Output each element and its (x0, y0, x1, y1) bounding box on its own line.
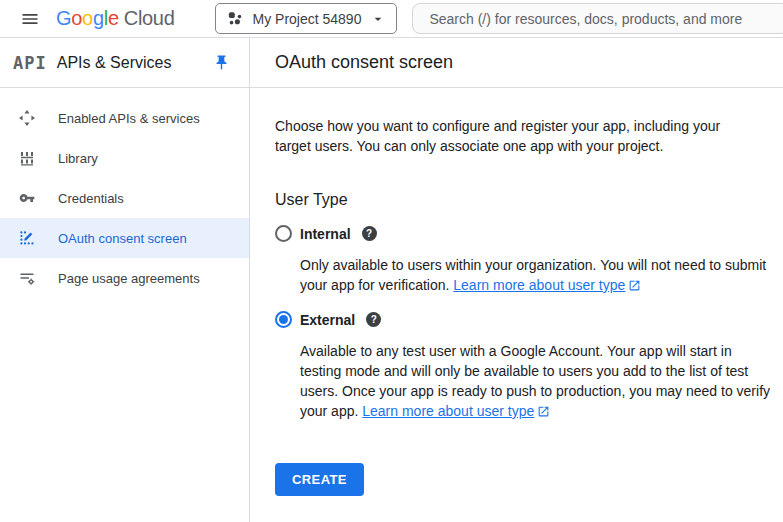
learn-more-link[interactable]: Learn more about user type (453, 277, 625, 293)
sidebar-item-label: Credentials (58, 191, 124, 206)
logo-letter: G (56, 7, 71, 30)
sidebar-item-library[interactable]: Library (0, 138, 249, 178)
sidebar-item-oauth-consent[interactable]: OAuth consent screen (0, 218, 249, 258)
google-cloud-logo[interactable]: Google Cloud (56, 7, 175, 30)
logo-letter: g (93, 7, 104, 30)
sidebar-nav: Enabled APIs & services Library Credenti… (0, 88, 249, 298)
learn-more-link[interactable]: Learn more about user type (362, 403, 534, 419)
api-product-icon: API (13, 53, 47, 73)
sidebar-item-credentials[interactable]: Credentials (0, 178, 249, 218)
sidebar-item-label: Library (58, 151, 98, 166)
apis-services-icon (19, 110, 35, 126)
push-pin-icon[interactable] (207, 49, 235, 77)
library-icon (19, 150, 35, 166)
external-description: Available to any test user with a Google… (300, 341, 772, 421)
main-titlebar: OAuth consent screen (250, 38, 783, 88)
create-button[interactable]: CREATE (275, 463, 364, 496)
logo-letter: o (82, 7, 93, 30)
project-grid-icon (227, 10, 244, 27)
sidebar-item-page-usage[interactable]: Page usage agreements (0, 258, 249, 298)
internal-radio-label[interactable]: Internal (300, 226, 351, 242)
sidebar-item-label: Enabled APIs & services (58, 111, 200, 126)
sidebar-item-label: OAuth consent screen (58, 231, 187, 246)
sidebar: API APIs & Services Enabled APIs & servi… (0, 38, 250, 522)
external-radio[interactable] (275, 311, 292, 328)
project-selector[interactable]: My Project 54890 (215, 3, 398, 34)
external-link-icon (537, 405, 550, 418)
main-content: Choose how you want to configure and reg… (250, 88, 783, 496)
sidebar-item-label: Page usage agreements (58, 271, 200, 286)
chevron-down-icon (370, 11, 386, 27)
internal-description: Only available to users within your orga… (300, 255, 772, 295)
user-type-heading: User Type (275, 191, 763, 209)
search-input[interactable] (412, 3, 783, 34)
sidebar-item-enabled-apis[interactable]: Enabled APIs & services (0, 98, 249, 138)
intro-text: Choose how you want to configure and reg… (275, 116, 757, 156)
external-radio-label[interactable]: External (300, 312, 355, 328)
logo-letter: e (108, 7, 119, 30)
key-icon (19, 190, 35, 206)
top-header: Google Cloud My Project 54890 (0, 0, 783, 38)
user-type-option-external: External ? (275, 311, 763, 328)
hamburger-menu-icon (20, 9, 40, 29)
push-pin-icon (213, 54, 230, 71)
help-icon[interactable]: ? (366, 312, 381, 327)
project-selector-label: My Project 54890 (253, 11, 362, 27)
sidebar-header: API APIs & Services (0, 38, 249, 88)
page-title: OAuth consent screen (275, 52, 453, 73)
sidebar-title: APIs & Services (57, 54, 207, 72)
logo-letter: o (71, 7, 82, 30)
user-type-option-internal: Internal ? (275, 225, 763, 242)
main-panel: OAuth consent screen Choose how you want… (250, 38, 783, 522)
help-icon[interactable]: ? (362, 226, 377, 241)
external-link-icon (628, 279, 641, 292)
internal-radio[interactable] (275, 225, 292, 242)
page-usage-icon (19, 270, 35, 286)
oauth-consent-icon (19, 230, 35, 246)
hamburger-menu-icon[interactable] (12, 1, 48, 37)
logo-cloud-text: Cloud (124, 7, 175, 30)
